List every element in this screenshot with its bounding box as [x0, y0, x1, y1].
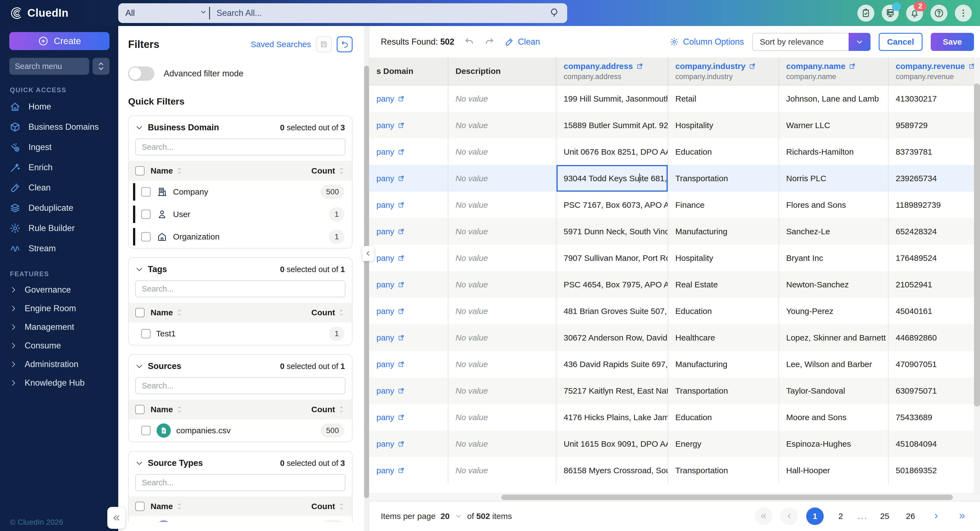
redo-button[interactable] — [484, 37, 495, 47]
sort-arrows[interactable] — [338, 405, 344, 413]
cell-revenue[interactable]: 413030217 — [889, 86, 980, 112]
select-all-checkbox[interactable] — [135, 166, 145, 175]
cell-domain[interactable]: pany — [369, 404, 449, 431]
cell-description[interactable]: No value — [449, 431, 557, 457]
cell-company-name[interactable]: Hall-Hooper — [779, 457, 889, 484]
cell-domain[interactable]: pany — [369, 245, 449, 271]
sidebar-item-clean[interactable]: Clean — [9, 178, 110, 198]
cell-industry[interactable]: Real Estate — [668, 271, 779, 298]
cell-description[interactable]: No value — [449, 457, 557, 484]
cell-description[interactable]: No value — [449, 298, 557, 324]
filter-section-header[interactable]: Tags0 selected out of 1 — [129, 258, 352, 279]
previous-page-button[interactable] — [780, 507, 798, 525]
cell-industry[interactable]: Education — [668, 298, 779, 324]
cell-domain[interactable]: pany — [369, 298, 449, 324]
select-all-checkbox[interactable] — [135, 502, 145, 511]
cell-revenue[interactable]: 9589729 — [889, 112, 980, 138]
filter-search-input[interactable] — [135, 377, 345, 394]
column-header-company.name[interactable]: company.namecompany.name — [779, 57, 889, 85]
domain-link[interactable]: pany — [376, 94, 441, 103]
sort-arrows[interactable] — [338, 502, 344, 510]
item-checkbox[interactable] — [141, 210, 151, 219]
domain-link[interactable]: pany — [376, 466, 441, 475]
select-all-checkbox[interactable] — [135, 405, 145, 414]
cell-address[interactable]: 4176 Hicks Plains, Lake Jamiela — [557, 404, 668, 431]
filters-collapse-handle[interactable] — [362, 246, 374, 261]
page-button-2[interactable]: 2 — [832, 507, 850, 525]
cell-industry[interactable]: Education — [668, 138, 779, 165]
column-header-company.revenue[interactable]: company.revenuecompany.revenue — [889, 57, 980, 85]
cell-industry[interactable]: Manufacturing — [668, 218, 779, 245]
filter-item-user[interactable]: User1 — [129, 203, 352, 226]
sidebar-item-rule-builder[interactable]: Rule Builder — [9, 218, 110, 238]
page-button-1[interactable]: 1 — [806, 507, 824, 525]
cell-revenue[interactable]: 1189892739 — [889, 192, 980, 218]
cell-industry[interactable]: Transportation — [668, 165, 779, 192]
filter-item-company[interactable]: Company500 — [129, 181, 352, 203]
cell-address[interactable]: 30672 Anderson Row, Davidbe — [557, 324, 668, 351]
cell-company-name[interactable]: Young-Perez — [779, 298, 889, 324]
sidebar-feature-knowledge-hub[interactable]: Knowledge Hub — [9, 374, 110, 392]
cell-revenue[interactable]: 470907051 — [889, 351, 980, 377]
cell-industry[interactable]: Retail — [668, 86, 779, 112]
cell-domain[interactable]: pany — [369, 138, 449, 165]
domain-link[interactable]: pany — [376, 174, 441, 183]
cell-address[interactable]: 481 Brian Groves Suite 507, No — [557, 298, 668, 324]
clean-button[interactable]: Clean — [504, 37, 540, 47]
column-header-link[interactable]: company.revenue — [896, 62, 973, 71]
cell-address[interactable]: 7907 Sullivan Manor, Port Robe — [557, 245, 668, 271]
cell-domain[interactable]: pany — [369, 351, 449, 377]
cell-company-name[interactable]: Norris PLC — [779, 165, 889, 192]
cell-description[interactable]: No value — [449, 218, 557, 245]
domain-link[interactable]: pany — [376, 121, 441, 130]
cell-company-name[interactable]: Taylor-Sandoval — [779, 377, 889, 404]
cell-description[interactable]: No value — [449, 404, 557, 431]
sort-arrows[interactable] — [176, 502, 182, 510]
cell-address[interactable]: 75217 Kaitlyn Rest, East Natalie — [557, 377, 668, 404]
item-checkbox[interactable] — [141, 187, 151, 197]
domain-link[interactable]: pany — [376, 227, 441, 236]
sidebar-feature-management[interactable]: Management — [9, 318, 110, 336]
cell-address[interactable]: PSC 4654, Box 7975, APO AE 46 — [557, 271, 668, 298]
item-checkbox[interactable] — [141, 232, 151, 242]
cell-domain[interactable]: pany — [369, 86, 449, 112]
cell-industry[interactable]: Manufacturing — [668, 351, 779, 377]
horizontal-scrollbar[interactable] — [369, 493, 980, 501]
search-icon[interactable] — [549, 7, 560, 19]
integrations-button[interactable] — [882, 5, 899, 22]
cell-industry[interactable]: Transportation — [668, 377, 779, 404]
cell-company-name[interactable]: Moore and Sons — [779, 404, 889, 431]
sort-arrows[interactable] — [338, 167, 344, 175]
notifications-button[interactable]: 2 — [906, 5, 923, 22]
cell-company-name[interactable]: Johnson, Lane and Lamb — [779, 86, 889, 112]
cell-revenue[interactable]: 630975071 — [889, 377, 980, 404]
filter-section-header[interactable]: Sources0 selected out of 1 — [129, 355, 352, 376]
page-ellipsis[interactable]: ... — [858, 512, 868, 521]
domain-link[interactable]: pany — [376, 280, 441, 289]
cell-revenue[interactable]: 501869352 — [889, 457, 980, 484]
last-page-button[interactable] — [953, 507, 971, 525]
domain-link[interactable]: pany — [376, 200, 441, 210]
cell-company-name[interactable]: Lee, Wilson and Barber — [779, 351, 889, 377]
cell-address[interactable]: PSC 7167, Box 6073, APO AP 89 — [557, 192, 668, 218]
saved-searches-link[interactable]: Saved Searches — [251, 40, 311, 49]
cell-revenue[interactable]: 83739781 — [889, 138, 980, 165]
cell-description[interactable]: No value — [449, 324, 557, 351]
filter-section-header[interactable]: Source Types0 selected out of 3 — [129, 452, 352, 473]
cell-address[interactable]: Unit 0676 Box 8251, DPO AA 82 — [557, 138, 668, 165]
create-button[interactable]: Create — [9, 32, 110, 50]
sidebar-item-enrich[interactable]: Enrich — [9, 157, 110, 178]
cell-address-selected[interactable]: 93044 Todd Keys Suite 681, Lak — [557, 165, 668, 192]
item-checkbox[interactable] — [141, 426, 151, 435]
cell-domain[interactable]: pany — [369, 271, 449, 298]
cell-revenue[interactable]: 75433689 — [889, 404, 980, 431]
cell-address[interactable]: 86158 Myers Crossroad, South — [557, 457, 668, 484]
page-button-26[interactable]: 26 — [902, 507, 919, 525]
item-checkbox[interactable] — [141, 329, 151, 338]
more-button[interactable] — [955, 5, 972, 22]
filters-scrollbar[interactable] — [364, 26, 369, 531]
next-page-button[interactable] — [928, 507, 945, 525]
chevron-down-icon[interactable] — [455, 512, 462, 520]
cell-description[interactable]: No value — [449, 245, 557, 271]
cell-revenue[interactable]: 451084094 — [889, 431, 980, 457]
